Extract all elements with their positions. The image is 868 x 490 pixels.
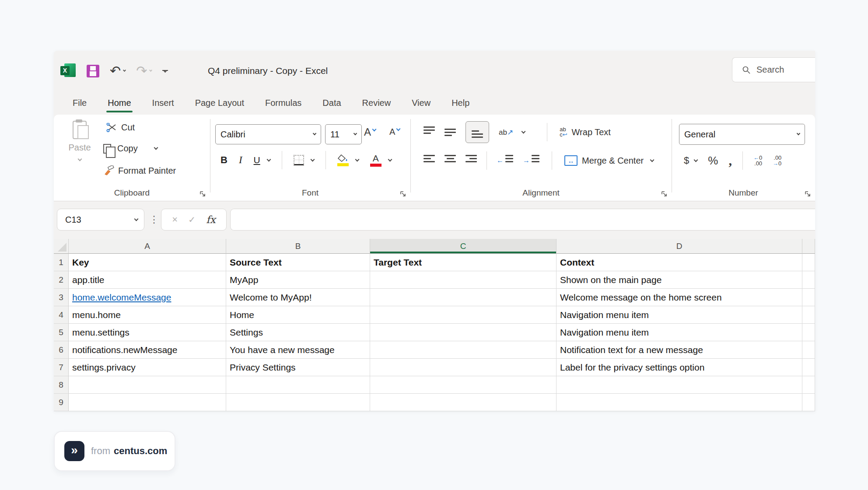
font-dialog-launcher-icon[interactable] bbox=[400, 191, 406, 197]
cell-C1[interactable]: Target Text bbox=[370, 254, 556, 271]
cell-C2[interactable] bbox=[370, 271, 556, 289]
bottom-align-button-selected[interactable] bbox=[466, 121, 489, 143]
search-box[interactable]: Search bbox=[732, 57, 815, 82]
merge-center-chevron-icon[interactable] bbox=[650, 158, 654, 162]
tab-insert[interactable]: Insert bbox=[145, 91, 182, 115]
cell-A4[interactable]: menu.home bbox=[69, 306, 226, 324]
underline-button[interactable]: U bbox=[254, 155, 260, 165]
align-left-icon[interactable] bbox=[424, 155, 435, 166]
row-header-1[interactable]: 1 bbox=[54, 254, 69, 271]
column-header-A[interactable]: A bbox=[69, 239, 226, 254]
font-color-chevron-icon[interactable] bbox=[388, 157, 392, 161]
italic-button[interactable]: I bbox=[239, 154, 242, 166]
customize-quick-access-icon[interactable] bbox=[162, 70, 168, 72]
cell-D1[interactable]: Context bbox=[556, 254, 802, 271]
font-name-chevron-icon[interactable] bbox=[313, 132, 316, 135]
copy-button[interactable]: Copy bbox=[103, 144, 158, 154]
undo-dropdown-chevron-icon[interactable] bbox=[123, 71, 126, 71]
clipboard-dialog-launcher-icon[interactable] bbox=[200, 191, 206, 197]
row-header-4[interactable]: 4 bbox=[54, 306, 69, 324]
row-header-6[interactable]: 6 bbox=[54, 341, 69, 359]
column-header-B[interactable]: B bbox=[226, 239, 370, 254]
cell-B9[interactable] bbox=[226, 394, 370, 411]
bold-button[interactable]: B bbox=[220, 154, 228, 166]
number-format-combo[interactable]: General bbox=[679, 124, 805, 145]
cell-partial-4[interactable] bbox=[802, 306, 815, 324]
merge-center-button[interactable]: ↔ Merge & Center bbox=[564, 155, 654, 166]
row-header-8[interactable]: 8 bbox=[54, 376, 69, 394]
cell-D6[interactable]: Notification text for a new message bbox=[556, 341, 802, 359]
decrease-decimal-button[interactable]: .00 →0 bbox=[773, 155, 781, 166]
currency-chevron-icon[interactable] bbox=[694, 158, 698, 162]
tab-help[interactable]: Help bbox=[444, 91, 477, 115]
select-all-corner[interactable] bbox=[54, 239, 69, 254]
cell-A3[interactable]: home.welcomeMessage bbox=[69, 289, 226, 306]
currency-button[interactable]: $ bbox=[684, 155, 689, 166]
cell-partial-2[interactable] bbox=[802, 271, 815, 289]
font-name-combo[interactable]: Calibri bbox=[215, 124, 321, 144]
grow-font-button[interactable]: A bbox=[364, 126, 376, 138]
cell-C7[interactable] bbox=[370, 359, 556, 376]
insert-function-icon[interactable]: fx bbox=[206, 214, 215, 225]
format-painter-button[interactable]: Format Painter bbox=[103, 165, 176, 176]
number-format-chevron-icon[interactable] bbox=[797, 132, 800, 135]
underline-chevron-icon[interactable] bbox=[266, 157, 271, 161]
cell-partial-8[interactable] bbox=[802, 376, 815, 394]
cell-B3[interactable]: Welcome to MyApp! bbox=[226, 289, 370, 306]
cell-C9[interactable] bbox=[370, 394, 556, 411]
borders-chevron-icon[interactable] bbox=[310, 157, 315, 161]
cell-D8[interactable] bbox=[556, 376, 802, 394]
cell-D7[interactable]: Label for the privacy settings option bbox=[556, 359, 802, 376]
tab-page-layout[interactable]: Page Layout bbox=[188, 91, 252, 115]
top-align-icon[interactable] bbox=[424, 126, 435, 138]
cell-C6[interactable] bbox=[370, 341, 556, 359]
cell-C3[interactable] bbox=[370, 289, 556, 306]
paste-dropdown-chevron-icon[interactable] bbox=[77, 157, 82, 161]
cell-D2[interactable]: Shown on the main page bbox=[556, 271, 802, 289]
increase-decimal-button[interactable]: ←0 .00 bbox=[753, 155, 762, 166]
copy-dropdown-chevron-icon[interactable] bbox=[154, 146, 158, 150]
increase-indent-button[interactable]: → bbox=[523, 155, 539, 166]
wrap-text-button[interactable]: ab c↩ Wrap Text bbox=[560, 127, 611, 137]
column-header-D[interactable]: D bbox=[556, 239, 802, 254]
cell-D9[interactable] bbox=[556, 394, 802, 411]
align-right-icon[interactable] bbox=[466, 155, 477, 166]
decrease-indent-button[interactable]: ← bbox=[497, 155, 513, 166]
tab-home[interactable]: Home bbox=[100, 91, 138, 115]
cell-C4[interactable] bbox=[370, 306, 556, 324]
tab-review[interactable]: Review bbox=[355, 91, 399, 115]
cell-partial-3[interactable] bbox=[802, 289, 815, 306]
fill-color-button[interactable] bbox=[337, 154, 349, 166]
save-icon[interactable] bbox=[87, 65, 99, 77]
cell-B2[interactable]: MyApp bbox=[226, 271, 370, 289]
row-header-2[interactable]: 2 bbox=[54, 271, 69, 289]
cell-B1[interactable]: Source Text bbox=[226, 254, 370, 271]
cell-B5[interactable]: Settings bbox=[226, 324, 370, 341]
undo-button[interactable]: ↶ bbox=[110, 64, 126, 77]
column-header-C[interactable]: C bbox=[370, 239, 556, 254]
fill-color-chevron-icon[interactable] bbox=[355, 157, 359, 161]
undo-icon[interactable]: ↶ bbox=[110, 64, 121, 77]
cell-partial-1[interactable] bbox=[802, 254, 815, 271]
comma-style-button[interactable]: , bbox=[728, 157, 732, 164]
cell-partial-5[interactable] bbox=[802, 324, 815, 341]
cell-A5[interactable]: menu.settings bbox=[69, 324, 226, 341]
cell-C5[interactable] bbox=[370, 324, 556, 341]
row-header-5[interactable]: 5 bbox=[54, 324, 69, 341]
cell-A1[interactable]: Key bbox=[69, 254, 226, 271]
borders-icon[interactable] bbox=[294, 155, 304, 165]
cell-B6[interactable]: You have a new message bbox=[226, 341, 370, 359]
cut-button[interactable]: Cut bbox=[106, 122, 135, 133]
tab-formulas[interactable]: Formulas bbox=[258, 91, 309, 115]
cell-partial-6[interactable] bbox=[802, 341, 815, 359]
cell-A2[interactable]: app.title bbox=[69, 271, 226, 289]
font-color-button[interactable]: A bbox=[370, 154, 382, 167]
number-dialog-launcher-icon[interactable] bbox=[805, 191, 811, 197]
row-header-7[interactable]: 7 bbox=[54, 359, 69, 376]
orientation-button[interactable]: ab↗ bbox=[499, 128, 515, 137]
centus-badge[interactable]: » from centus.com bbox=[54, 431, 175, 471]
cell-D3[interactable]: Welcome message on the home screen bbox=[556, 289, 802, 306]
cell-partial-9[interactable] bbox=[802, 394, 815, 411]
cell-C8[interactable] bbox=[370, 376, 556, 394]
font-size-combo[interactable]: 11 bbox=[325, 124, 362, 144]
